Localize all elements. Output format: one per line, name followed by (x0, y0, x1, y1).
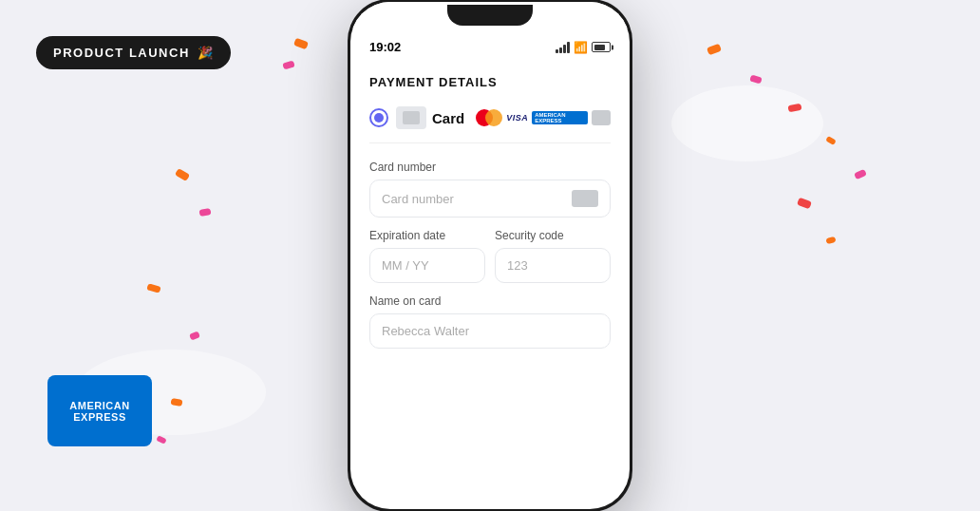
phone-screen: 19:02 📶 PAYMENT DETAILS (350, 2, 630, 509)
expiry-label: Expiration date (369, 229, 485, 242)
card-method-label: Card (432, 110, 464, 126)
notch-area (350, 2, 630, 28)
payment-title: PAYMENT DETAILS (369, 75, 611, 89)
confetti-1 (282, 61, 294, 70)
radio-card-selected[interactable] (369, 108, 388, 127)
wifi-icon: 📶 (574, 41, 588, 54)
expiry-placeholder: MM / YY (382, 258, 429, 273)
confetti-11 (825, 136, 837, 145)
name-label: Name on card (369, 294, 611, 308)
expiry-security-row: Expiration date MM / YY Security code 12… (369, 229, 611, 294)
confetti-5 (189, 331, 200, 341)
security-col: Security code 123 (495, 229, 611, 294)
visa-icon: VISA (506, 113, 528, 123)
status-bar: 19:02 📶 (350, 28, 630, 60)
confetti-2 (175, 168, 190, 181)
phone-frame: 19:02 📶 PAYMENT DETAILS (348, 0, 632, 511)
name-input[interactable]: Rebecca Walter (369, 313, 611, 349)
status-icons: 📶 (556, 41, 611, 54)
confetti-8 (707, 44, 722, 55)
amex-card: AMERICAN EXPRESS (47, 375, 152, 446)
card-number-placeholder: Card number (382, 192, 454, 206)
confetti-12 (854, 169, 867, 180)
payment-content: PAYMENT DETAILS Card VISA AMERICAN EXPRE… (350, 60, 630, 509)
expiry-col: Expiration date MM / YY (369, 229, 485, 294)
confetti-13 (797, 198, 812, 209)
amex-line2: EXPRESS (73, 411, 125, 423)
other-card-icon (592, 110, 611, 125)
phone-notch (447, 5, 533, 26)
confetti-9 (749, 75, 762, 85)
name-placeholder: Rebecca Walter (382, 324, 469, 338)
cloud-top-right (671, 85, 823, 161)
cc-icons: VISA AMERICAN EXPRESS (476, 109, 611, 126)
confetti-7 (156, 435, 167, 445)
confetti-0 (293, 38, 309, 49)
security-label: Security code (495, 229, 611, 242)
card-chip-icon (396, 106, 426, 129)
card-number-label: Card number (369, 161, 611, 174)
confetti-14 (825, 237, 836, 244)
product-launch-badge: PRODUCT LAUNCH 🎉 (36, 36, 231, 69)
mastercard-icon (476, 109, 502, 126)
signal-icon (556, 42, 570, 53)
card-number-input[interactable]: Card number (369, 180, 611, 218)
badge-emoji: 🎉 (198, 46, 215, 60)
amex-icon: AMERICAN EXPRESS (532, 111, 588, 124)
card-chip-placeholder (572, 190, 598, 207)
confetti-3 (198, 208, 211, 217)
battery-icon (592, 42, 611, 52)
amex-line1: AMERICAN (69, 400, 129, 411)
payment-method-row[interactable]: Card VISA AMERICAN EXPRESS (369, 106, 611, 143)
expiry-input[interactable]: MM / YY (369, 248, 485, 283)
security-input[interactable]: 123 (495, 248, 611, 283)
security-placeholder: 123 (507, 258, 528, 273)
time-display: 19:02 (369, 40, 401, 54)
badge-label: PRODUCT LAUNCH (53, 46, 190, 60)
confetti-4 (146, 283, 160, 293)
